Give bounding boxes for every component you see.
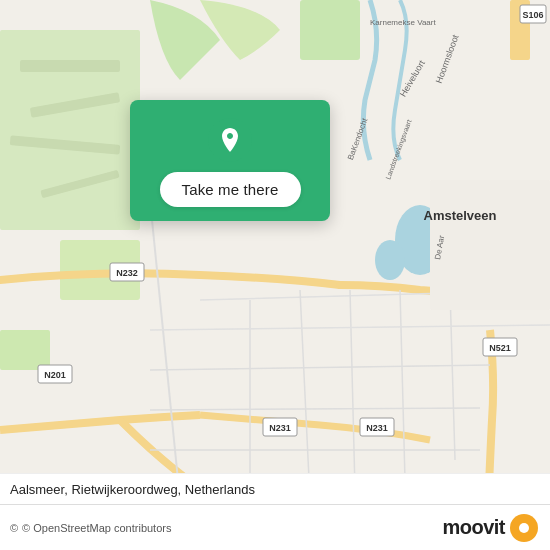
svg-text:N231: N231 xyxy=(366,423,388,433)
svg-text:Karnemekse Vaart: Karnemekse Vaart xyxy=(370,18,436,27)
svg-text:Amstelveen: Amstelveen xyxy=(424,208,497,223)
location-pin-icon xyxy=(208,118,252,162)
svg-text:N521: N521 xyxy=(489,343,511,353)
address-text: Aalsmeer, Rietwijkeroordweg, Netherlands xyxy=(10,482,255,497)
svg-rect-10 xyxy=(0,330,50,370)
svg-text:S106: S106 xyxy=(522,10,543,20)
take-me-there-button[interactable]: Take me there xyxy=(160,172,301,207)
svg-text:N231: N231 xyxy=(269,423,291,433)
attribution-area: © © OpenStreetMap contributors xyxy=(10,522,171,534)
bottom-bar: © © OpenStreetMap contributors moovit xyxy=(0,504,550,550)
svg-rect-4 xyxy=(20,60,120,72)
svg-rect-23 xyxy=(430,180,550,310)
moovit-dot-icon xyxy=(510,514,538,542)
moovit-logo: moovit xyxy=(442,514,538,542)
svg-rect-8 xyxy=(300,0,360,60)
svg-text:N232: N232 xyxy=(116,268,138,278)
copyright-symbol: © xyxy=(10,522,18,534)
svg-text:N201: N201 xyxy=(44,370,66,380)
map-container: N232 N201 N231 N231 N521 S106 Amstelveen… xyxy=(0,0,550,550)
map-background: N232 N201 N231 N231 N521 S106 Amstelveen… xyxy=(0,0,550,550)
navigation-card: Take me there xyxy=(130,100,330,221)
address-bar: Aalsmeer, Rietwijkeroordweg, Netherlands xyxy=(0,473,550,504)
moovit-text: moovit xyxy=(442,516,505,539)
moovit-dot-inner xyxy=(519,523,529,533)
attribution-text: © OpenStreetMap contributors xyxy=(22,522,171,534)
svg-point-2 xyxy=(375,240,405,280)
